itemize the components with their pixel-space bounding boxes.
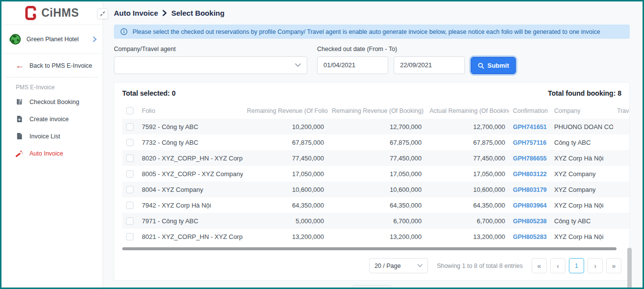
confirmation-link[interactable]: GPH803179 [513,186,547,193]
folio-cell: 7592 - Công ty ABC [138,119,243,134]
remaining-revenue-booking-cell: 13,200,000 [328,229,426,244]
row-checkbox[interactable] [126,217,134,225]
folio-cell: 7732 - Công ty ABC [138,134,243,150]
vertical-scrollbar-thumb[interactable] [627,248,632,289]
actual-remaining-cell: 17,050,000 [426,166,509,182]
travel-agent-cell [613,134,629,150]
filter-bar: Company/Travel agent Checked out date (F… [114,46,630,74]
company-cell: XYZ Company [550,182,613,197]
table-row: 8021 - XYZ_CORP_HN - XYZ Corp Hà Nội13,2… [122,229,629,244]
horizontal-scrollbar [122,247,621,251]
remaining-revenue-folio-cell: 67,875,000 [243,134,328,150]
table-row: 7732 - Công ty ABC67,875,00067,875,00067… [122,134,629,150]
col-header-travel-agent: Travel agent [613,103,629,119]
table-header-row: Folio Remaining Revenue (Of Folio) Remai… [122,103,629,119]
travel-agent-cell [613,166,629,182]
main-content: Auto Invoice Select Booking Please selec… [103,1,643,288]
breadcrumb-separator-icon [162,10,167,16]
company-cell: XYZ Company [550,166,613,182]
confirmation-link[interactable]: GPH805283 [513,234,547,240]
confirmation-cell: GPH803122 [509,166,550,182]
first-page-button[interactable]: « [532,258,547,273]
remaining-revenue-booking-cell: 10,600,000 [328,182,426,197]
remaining-revenue-booking-cell: 64,350,000 [328,197,426,213]
travel-agent-cell [613,182,629,197]
date-from-input[interactable]: 01/04/2021 [317,56,388,74]
confirmation-link[interactable]: GPH786655 [513,155,547,162]
actual-remaining-cell: 12,700,000 [426,119,509,134]
globe-icon [7,32,22,47]
folio-cell: 8005 - XYZ_CORP - XYZ Company [138,166,243,182]
page-1-button[interactable]: 1 [569,258,584,273]
table-row: 7592 - Công ty ABC10,200,00012,700,00012… [122,119,629,134]
table-row: 7942 - XYZ Corp Hà Nội64,350,00064,350,0… [122,197,629,213]
previous-page-button[interactable]: ‹ [550,258,565,273]
table-row: 7971 - Công ty ABC5,000,0006,700,0006,70… [122,213,629,229]
next-page-button[interactable]: › [588,258,603,273]
travel-agent-cell [613,150,629,166]
col-header-remaining-revenue-folio: Remaining Revenue (Of Folio) [243,103,328,119]
remaining-revenue-folio-cell: 17,050,000 [243,166,328,182]
sidebar-item-auto-invoice[interactable]: Auto Invoice [1,145,103,162]
table-row: 8004 - XYZ Company10,600,00010,600,00010… [122,182,629,197]
col-header-remaining-revenue-booking: Remaining Revenue (Of Booking) [328,103,426,119]
back-to-pms-link[interactable]: ← Back to PMS E-Invoice [1,54,103,77]
date-to-input[interactable]: 22/09/2021 [394,56,465,74]
col-header-company: Company [550,103,613,119]
row-checkbox[interactable] [126,123,134,131]
company-cell: Công ty ABC [550,213,613,229]
booking-card: Total selected: 0 Total found booking: 8… [114,82,630,281]
page-size-select[interactable]: 20 / Page [369,258,428,273]
company-cell: Công ty ABC [550,134,613,150]
select-all-checkbox[interactable] [126,107,134,114]
sidebar-item-label: Invoice List [29,133,60,140]
remaining-revenue-folio-cell: 13,200,000 [243,229,328,244]
hotel-selector[interactable]: Green Planet Hotel [1,25,103,54]
company-agent-label: Company/Travel agent [114,46,307,53]
remaining-revenue-booking-cell: 6,700,000 [328,213,426,229]
row-checkbox[interactable] [126,155,134,162]
back-arrow-icon: ← [16,61,24,70]
actual-remaining-cell: 64,350,000 [426,197,509,213]
confirmation-cell: GPH805283 [509,229,550,244]
sidebar-item-checkout-booking[interactable]: Checkout Booking [1,93,103,110]
folio-cell: 7971 - Công ty ABC [138,213,243,229]
submit-button[interactable]: Submit [471,57,516,74]
confirmation-link[interactable]: GPH741651 [513,124,547,131]
row-checkbox[interactable] [126,233,134,240]
cihms-logo-icon [25,6,37,20]
breadcrumb: Auto Invoice Select Booking [114,9,630,17]
company-cell: XYZ Corp Hà Nội [550,197,613,213]
page-size-value: 20 / Page [375,263,401,269]
travel-agent-cell [613,197,629,213]
confirmation-link[interactable]: GPH805238 [513,218,547,225]
company-agent-select[interactable] [114,56,307,74]
confirmation-cell: GPH803179 [509,182,550,197]
row-checkbox[interactable] [126,186,134,193]
row-checkbox[interactable] [126,202,134,209]
next-step-button[interactable]: Next → [352,285,391,289]
sidebar-item-label: Checkout Booking [29,99,79,105]
confirmation-cell: GPH757116 [509,134,550,150]
last-page-button[interactable]: » [606,258,621,273]
confirmation-cell: GPH741651 [509,119,550,134]
confirmation-link[interactable]: GPH803964 [513,202,547,209]
breadcrumb-item-auto-invoice[interactable]: Auto Invoice [114,9,158,17]
remaining-revenue-folio-cell: 5,000,000 [243,213,328,229]
row-checkbox[interactable] [126,139,134,146]
row-checkbox[interactable] [126,170,134,178]
sidebar-collapse-button[interactable] [97,8,108,19]
sidebar-item-create-invoice[interactable]: Create invoice [1,110,103,128]
table-row: 8005 - XYZ_CORP - XYZ Company17,050,0001… [122,166,629,182]
sidebar-item-invoice-list[interactable]: Invoice List [1,128,103,145]
logo-text: CiHMS [41,6,79,20]
actual-remaining-cell: 13,200,000 [426,229,509,244]
collapse-arrows-icon [100,11,106,17]
company-cell: XYZ Corp Hà Nội [550,229,613,244]
table-row: 8020 - XYZ_CORP_HN - XYZ Corp Hà Nội77,4… [122,150,629,166]
horizontal-scrollbar-thumb[interactable] [122,247,617,250]
confirmation-link[interactable]: GPH803122 [513,171,547,178]
confirmation-link[interactable]: GPH757116 [513,139,546,146]
back-label: Back to PMS E-Invoice [29,62,92,69]
travel-agent-cell [613,229,629,244]
